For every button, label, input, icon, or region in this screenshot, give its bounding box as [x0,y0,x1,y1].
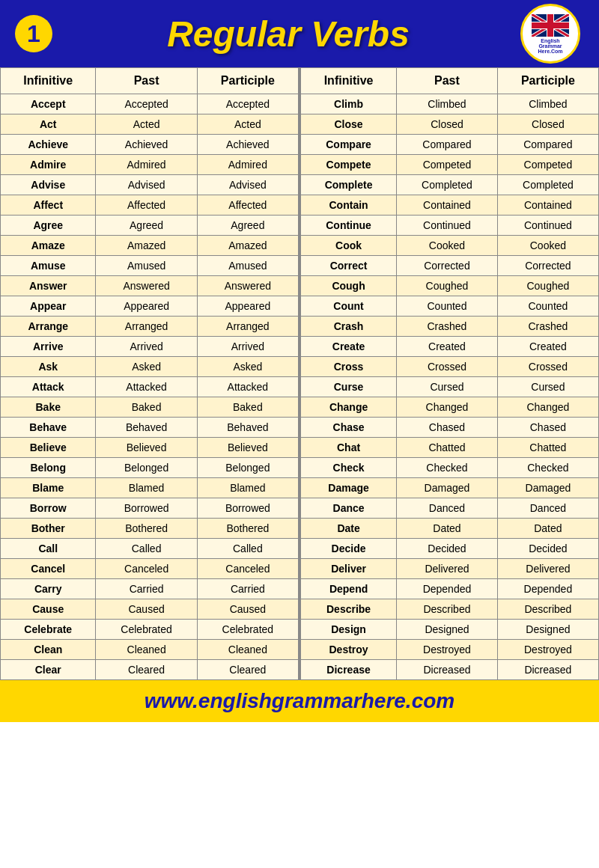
left-cell-past: Acted [96,114,197,135]
left-cell-past: Borrowed [96,498,197,519]
table-row: DicreaseDicreasedDicreased [301,660,599,680]
table-row: CancelCanceledCanceled [1,559,299,579]
left-cell-infinitive: Arrange [1,317,96,337]
left-cell-participle: Admired [197,155,298,175]
right-cell-infinitive: Destroy [301,640,397,660]
right-cell-participle: Climbed [497,94,598,114]
logo-text: EnglishGrammarHere.Com [538,38,562,54]
table-row: AmazeAmazedAmazed [1,236,299,256]
left-cell-infinitive: Amaze [1,236,96,256]
right-cell-participle: Designed [497,620,598,640]
table-row: AcceptAcceptedAccepted [1,94,299,114]
left-cell-past: Advised [96,175,197,195]
table-row: ArrangeArrangedArranged [1,317,299,337]
right-cell-past: Destroyed [397,640,498,660]
left-cell-participle: Arranged [197,317,298,337]
left-cell-participle: Cleared [197,660,298,680]
right-cell-infinitive: Close [301,114,397,135]
svg-rect-8 [532,22,569,28]
table-row: ClimbClimbedClimbed [301,94,599,114]
table-row: AdmireAdmiredAdmired [1,155,299,175]
right-cell-infinitive: Cross [301,357,397,377]
page-title: Regular Verbs [60,13,517,55]
left-cell-infinitive: Call [1,539,96,559]
left-cell-infinitive: Appear [1,296,96,317]
left-cell-past: Blamed [96,478,197,498]
right-cell-participle: Chased [497,418,598,438]
left-cell-infinitive: Clean [1,640,96,660]
left-cell-participle: Celebrated [197,620,298,640]
right-cell-past: Changed [397,397,498,418]
left-cell-infinitive: Act [1,114,96,135]
right-cell-participle: Created [497,337,598,357]
right-cell-participle: Cursed [497,377,598,397]
table-row: CreateCreatedCreated [301,337,599,357]
right-cell-participle: Corrected [497,256,598,276]
left-cell-participle: Amazed [197,236,298,256]
left-cell-participle: Arrived [197,337,298,357]
right-cell-past: Crossed [397,357,498,377]
right-header-past: Past [397,68,498,94]
left-cell-infinitive: Attack [1,377,96,397]
left-cell-participle: Borrowed [197,498,298,519]
left-cell-past: Bothered [96,519,197,539]
left-cell-infinitive: Behave [1,418,96,438]
left-header-past: Past [96,68,197,94]
right-cell-infinitive: Deliver [301,559,397,579]
right-cell-past: Contained [397,195,498,216]
table-row: CookCookedCooked [301,236,599,256]
page-header: 1 Regular Verbs EnglishGrammarHere.Com [0,0,599,67]
badge-number: 1 [15,15,52,52]
left-cell-infinitive: Arrive [1,337,96,357]
right-cell-participle: Depended [497,579,598,599]
left-cell-participle: Achieved [197,135,298,155]
left-cell-participle: Asked [197,357,298,377]
table-row: CorrectCorrectedCorrected [301,256,599,276]
left-cell-participle: Answered [197,276,298,296]
table-row: ArriveArrivedArrived [1,337,299,357]
table-row: CompeteCompetedCompeted [301,155,599,175]
table-row: ActActedActed [1,114,299,135]
left-cell-infinitive: Amuse [1,256,96,276]
left-cell-participle: Behaved [197,418,298,438]
right-cell-infinitive: Compare [301,135,397,155]
left-cell-past: Carried [96,579,197,599]
left-cell-past: Arrived [96,337,197,357]
right-cell-participle: Closed [497,114,598,135]
left-cell-participle: Believed [197,438,298,458]
right-cell-participle: Crashed [497,317,598,337]
table-row: BotherBotheredBothered [1,519,299,539]
right-header-infinitive: Infinitive [301,68,397,94]
table-row: AffectAffectedAffected [1,195,299,216]
table-row: ContinueContinuedContinued [301,216,599,236]
right-cell-past: Delivered [397,559,498,579]
right-cell-past: Designed [397,620,498,640]
right-cell-participle: Compared [497,135,598,155]
right-cell-past: Decided [397,539,498,559]
right-cell-past: Described [397,599,498,620]
table-row: CleanCleanedCleaned [1,640,299,660]
footer-url: www.englishgrammarhere.com [15,689,584,713]
right-cell-infinitive: Dicrease [301,660,397,680]
table-row: CurseCursedCursed [301,377,599,397]
table-row: BlameBlamedBlamed [1,478,299,498]
table-row: CauseCausedCaused [1,599,299,620]
left-cell-past: Agreed [96,216,197,236]
left-cell-participle: Acted [197,114,298,135]
right-cell-infinitive: Check [301,458,397,478]
table-row: DestroyDestroyedDestroyed [301,640,599,660]
left-cell-past: Attacked [96,377,197,397]
table-row: CompareComparedCompared [301,135,599,155]
left-cell-past: Called [96,539,197,559]
table-row: BelongBelongedBelonged [1,458,299,478]
right-cell-infinitive: Date [301,519,397,539]
table-row: CarryCarriedCarried [1,579,299,599]
table-row: ChaseChasedChased [301,418,599,438]
left-cell-participle: Attacked [197,377,298,397]
table-row: AppearAppearedAppeared [1,296,299,317]
left-header-participle: Participle [197,68,298,94]
table-row: DependDependedDepended [301,579,599,599]
left-cell-past: Cleared [96,660,197,680]
left-cell-past: Cleaned [96,640,197,660]
left-cell-participle: Appeared [197,296,298,317]
